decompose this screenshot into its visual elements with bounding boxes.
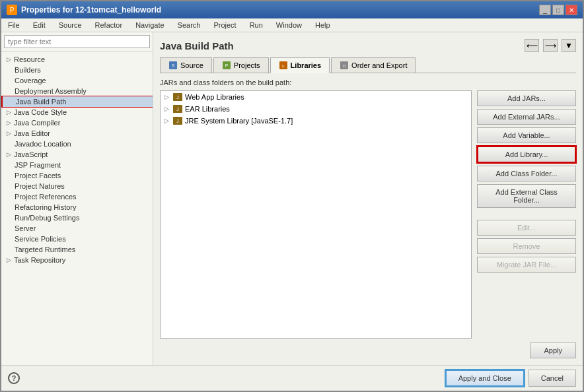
sidebar-item-label: Targeted Runtimes	[15, 245, 75, 253]
add-jars-button[interactable]: Add JARs...	[477, 90, 576, 106]
svg-text:S: S	[172, 63, 175, 68]
tab-source[interactable]: SSource	[160, 57, 212, 73]
expand-arrow-icon: ▷	[7, 56, 11, 63]
sidebar-item-label: JavaScript	[14, 150, 48, 158]
path-container: ▷JWeb App Libraries▷JEAR Libraries▷JJRE …	[160, 90, 576, 339]
sidebar-item-label: Refactoring History	[15, 203, 77, 211]
sidebar-item-label: Server	[15, 224, 36, 232]
cancel-button[interactable]: Cancel	[529, 370, 576, 387]
add-variable-button[interactable]: Add Variable...	[477, 127, 576, 143]
jar-item-label: Web App Libraries	[185, 93, 244, 101]
sidebar-item-service-policies[interactable]: Service Policies	[1, 234, 153, 244]
sidebar-item-targeted-runtimes[interactable]: Targeted Runtimes	[1, 244, 153, 255]
expand-arrow-icon: ▷	[7, 130, 11, 137]
jar-expand-arrow-icon: ▷	[164, 106, 169, 112]
sidebar-item-label: Builders	[15, 66, 41, 74]
tab-icon-source: S	[168, 61, 178, 70]
menu-file[interactable]: File	[4, 20, 24, 30]
sidebar-item-label: Project References	[15, 193, 77, 201]
apply-button[interactable]: Apply	[530, 343, 576, 358]
tab-icon-order-and-export: O	[340, 61, 349, 70]
edit-button: Edit...	[477, 220, 576, 236]
sidebar-item-task-repository[interactable]: ▷Task Repository	[1, 255, 153, 265]
menu-window[interactable]: Window	[272, 20, 306, 30]
sidebar-item-label: JSP Fragment	[15, 161, 61, 169]
sidebar-item-java-code-style[interactable]: ▷Java Code Style	[1, 107, 153, 117]
sidebar-item-label: Project Facets	[15, 172, 61, 180]
maximize-button[interactable]: □	[552, 5, 564, 15]
jar-item-label: EAR Libraries	[185, 105, 230, 113]
svg-text:O: O	[343, 64, 346, 68]
expand-arrow-icon: ▷	[7, 151, 11, 158]
sidebar-item-rundebug-settings[interactable]: Run/Debug Settings	[1, 212, 153, 223]
tab-projects[interactable]: PProjects	[213, 57, 269, 73]
window-icon: P	[7, 5, 17, 15]
footer-buttons: Apply and Close Cancel	[445, 370, 576, 387]
menu-search[interactable]: Search	[174, 20, 205, 30]
tab-icon-projects: P	[222, 61, 231, 70]
jar-list-item[interactable]: ▷JJRE System Library [JavaSE-1.7]	[161, 115, 471, 127]
jar-library-icon: J	[173, 117, 182, 125]
nav-back-button[interactable]: ⟵	[525, 39, 539, 52]
sidebar-item-project-natures[interactable]: Project Natures	[1, 181, 153, 191]
panel-title: Java Build Path	[160, 40, 234, 51]
menu-edit[interactable]: Edit	[29, 20, 50, 30]
jar-expand-arrow-icon: ▷	[164, 94, 169, 100]
sidebar-item-label: Java Code Style	[14, 108, 67, 116]
menu-help[interactable]: Help	[311, 20, 334, 30]
menu-navigate[interactable]: Navigate	[131, 20, 168, 30]
sidebar-item-coverage[interactable]: Coverage	[1, 75, 153, 86]
add-external-class-folder-button[interactable]: Add External Class Folder...	[477, 184, 576, 208]
nav-menu-button[interactable]: ▼	[562, 39, 576, 52]
close-button[interactable]: ✕	[566, 5, 577, 15]
sidebar-item-label: Javadoc Location	[15, 140, 71, 148]
panel-nav: ⟵ ⟶ ▼	[525, 39, 576, 52]
jar-list-item[interactable]: ▷JEAR Libraries	[161, 103, 471, 115]
footer: ? Apply and Close Cancel	[1, 365, 583, 391]
nav-forward-button[interactable]: ⟶	[543, 39, 558, 52]
sidebar-item-java-compiler[interactable]: ▷Java Compiler	[1, 117, 153, 128]
sidebar-item-java-build-path[interactable]: Java Build Path	[1, 96, 153, 107]
menu-project[interactable]: Project	[209, 20, 240, 30]
title-bar-left: P Properties for 12-1tomcat_helloworld	[7, 5, 161, 15]
sidebar-item-jsp-fragment[interactable]: JSP Fragment	[1, 160, 153, 170]
sidebar-item-refactoring-history[interactable]: Refactoring History	[1, 202, 153, 212]
help-icon[interactable]: ?	[8, 372, 20, 384]
tab-libraries[interactable]: LLibraries	[270, 57, 330, 73]
sidebar-item-builders[interactable]: Builders	[1, 65, 153, 75]
tab-label: Source	[180, 61, 203, 69]
sidebar-item-project-references[interactable]: Project References	[1, 191, 153, 202]
filter-box	[1, 32, 153, 51]
sidebar-item-javascript[interactable]: ▷JavaScript	[1, 149, 153, 160]
menu-run[interactable]: Run	[246, 20, 267, 30]
sidebar-item-label: Run/Debug Settings	[15, 214, 79, 222]
description-label: JARs and class folders on the build path…	[160, 79, 576, 86]
sidebar-item-deployment-assembly[interactable]: Deployment Assembly	[1, 86, 153, 96]
sidebar-item-label: Resource	[14, 55, 45, 63]
add-class-folder-button[interactable]: Add Class Folder...	[477, 166, 576, 181]
sidebar-item-project-facets[interactable]: Project Facets	[1, 170, 153, 181]
sidebar-item-label: Java Editor	[14, 129, 50, 137]
footer-left: ?	[8, 372, 20, 384]
jar-list-item[interactable]: ▷JWeb App Libraries	[161, 91, 471, 103]
sidebar-item-java-editor[interactable]: ▷Java Editor	[1, 128, 153, 139]
minimize-button[interactable]: _	[539, 5, 551, 15]
tab-order-and-export[interactable]: OOrder and Export	[331, 57, 416, 73]
migrate-jar-button: Migrate JAR File...	[477, 257, 576, 273]
sidebar-item-javadoc-location[interactable]: Javadoc Location	[1, 139, 153, 149]
jar-list[interactable]: ▷JWeb App Libraries▷JEAR Libraries▷JJRE …	[160, 90, 472, 339]
sidebar-item-resource[interactable]: ▷Resource	[1, 54, 153, 65]
menu-source[interactable]: Source	[55, 20, 86, 30]
filter-input[interactable]	[4, 35, 150, 48]
sidebar-item-server[interactable]: Server	[1, 223, 153, 234]
add-external-jars-button[interactable]: Add External JARs...	[477, 109, 576, 125]
window-title: Properties for 12-1tomcat_helloworld	[21, 5, 161, 15]
panel-header: Java Build Path ⟵ ⟶ ▼	[160, 39, 576, 52]
jar-expand-arrow-icon: ▷	[164, 117, 169, 124]
sidebar-item-label: Project Natures	[15, 182, 65, 190]
properties-window: P Properties for 12-1tomcat_helloworld _…	[0, 0, 584, 392]
add-library-button[interactable]: Add Library...	[477, 146, 576, 163]
apply-and-close-button[interactable]: Apply and Close	[445, 370, 525, 387]
expand-arrow-icon: ▷	[7, 257, 11, 263]
menu-refactor[interactable]: Refactor	[91, 20, 127, 30]
